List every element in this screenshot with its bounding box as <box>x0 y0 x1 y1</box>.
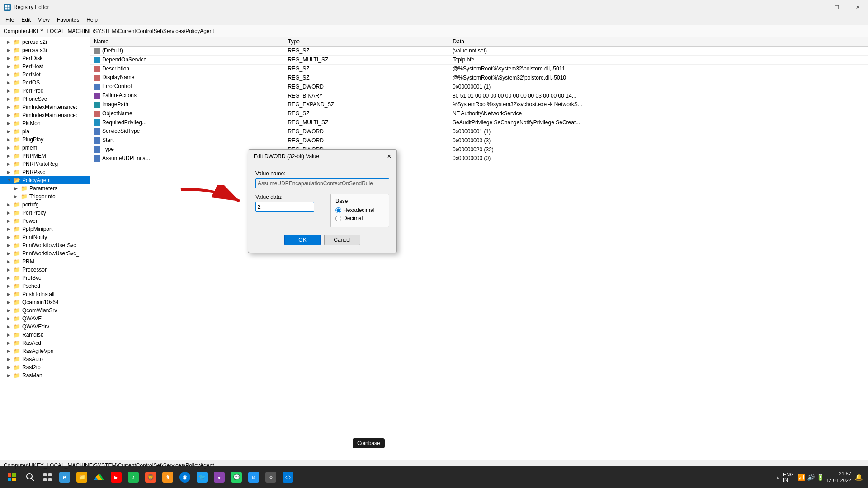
notification-icon[interactable]: 🔔 <box>855 474 863 481</box>
menu-view[interactable]: View <box>34 16 53 24</box>
tree-item-PerfDisk[interactable]: ▶ 📁 PerfDisk <box>0 54 90 62</box>
close-button[interactable]: ✕ <box>847 0 868 14</box>
tree-item-QWAVE[interactable]: ▶ 📁 QWAVE <box>0 314 90 323</box>
tree-item-portcfg[interactable]: ▶ 📁 portcfg <box>0 201 90 209</box>
tree-item-PerfProc[interactable]: ▶ 📁 PerfProc <box>0 87 90 95</box>
tree-item-QWAVEdrv[interactable]: ▶ 📁 QWAVEdrv <box>0 323 90 331</box>
blue-app-button[interactable]: ◉ <box>176 467 193 487</box>
taskbar-chevron[interactable]: ∧ <box>776 475 779 480</box>
tree-item-percsa s2i[interactable]: ▶ 📁 percsa s2i <box>0 38 90 46</box>
menu-file[interactable]: File <box>2 16 18 24</box>
brave-button[interactable]: 🦁 <box>142 467 159 487</box>
tree-item-PerfHost[interactable]: ▶ 📁 PerfHost <box>0 62 90 70</box>
tree-item-PRM[interactable]: ▶ 📁 PRM <box>0 258 90 266</box>
cancel-button[interactable]: Cancel <box>324 235 360 245</box>
dec-radio[interactable] <box>335 216 341 221</box>
maximize-button[interactable]: ☐ <box>826 0 847 14</box>
hex-radio[interactable] <box>335 207 341 213</box>
whatsapp-button[interactable]: 💬 <box>228 467 245 487</box>
tree-item-PrintWorkflow1[interactable]: ▶ 📁 PrintWorkflowUserSvc <box>0 241 90 249</box>
table-row[interactable]: Start REG_DWORD 0x00000003 (3) <box>90 136 868 145</box>
table-row[interactable]: DisplayName REG_SZ @%SystemRoot%\System3… <box>90 73 868 82</box>
tree-item-PimIndexMaintenance1[interactable]: ▶ 📁 PimIndexMaintenance: <box>0 103 90 111</box>
col-data[interactable]: Data <box>449 37 868 47</box>
purple-app-button[interactable]: ● <box>211 467 228 487</box>
tree-item-QcomWlanSrv[interactable]: ▶ 📁 QcomWlanSrv <box>0 306 90 314</box>
tree-item-percsa s3i[interactable]: ▶ 📁 percsa s3i <box>0 46 90 54</box>
task-view-button[interactable] <box>39 467 56 487</box>
tree-toggle: ▼ <box>7 178 14 183</box>
decimal-option[interactable]: Decimal <box>335 215 384 221</box>
table-row[interactable]: ServiceSidType REG_DWORD 0x00000001 (1) <box>90 127 868 136</box>
tree-item-ProfSvc[interactable]: ▶ 📁 ProfSvc <box>0 274 90 282</box>
tree-item-Power[interactable]: ▶ 📁 Power <box>0 217 90 225</box>
youtube-button[interactable]: ▶ <box>108 467 125 487</box>
tree-item-PptpMiniport[interactable]: ▶ 📁 PptpMiniport <box>0 225 90 233</box>
tree-item-RasAcd[interactable]: ▶ 📁 RasAcd <box>0 339 90 347</box>
tree-item-Psched[interactable]: ▶ 📁 Psched <box>0 282 90 290</box>
tree-item-Qcamain10x64[interactable]: ▶ 📁 Qcamain10x64 <box>0 298 90 306</box>
file-explorer-button[interactable]: 📁 <box>73 467 90 487</box>
menu-favorites[interactable]: Favorites <box>53 16 83 24</box>
col-type[interactable]: Type <box>284 37 449 47</box>
table-row[interactable]: (Default) REG_SZ (value not set) <box>90 47 868 56</box>
tree-item-PNPMEM[interactable]: ▶ 📁 PNPMEM <box>0 152 90 160</box>
tree-item-PrintWorkflow2[interactable]: ▶ 📁 PrintWorkflowUserSvc_ <box>0 249 90 258</box>
edge-button[interactable]: e <box>56 467 73 487</box>
table-row[interactable]: RequiredPrivileg... REG_MULTI_SZ SeAudit… <box>90 118 868 127</box>
table-row[interactable]: ImagePath REG_EXPAND_SZ %SystemRoot%\sys… <box>90 100 868 109</box>
minimize-button[interactable]: — <box>806 0 826 14</box>
start-button[interactable] <box>2 467 22 487</box>
table-row[interactable]: Description REG_SZ @%SystemRoot%\system3… <box>90 64 868 73</box>
tree-item-PimIndexMaintenance2[interactable]: ▶ 📁 PimIndexMaintenance: <box>0 111 90 119</box>
search-button[interactable] <box>22 467 39 487</box>
tree-item-PushToInstall[interactable]: ▶ 📁 PushToInstall <box>0 290 90 298</box>
col-name[interactable]: Name <box>90 37 284 47</box>
tree-item-PlugPlay[interactable]: ▶ 📁 PlugPlay <box>0 136 90 144</box>
battery-icon: 🔋 <box>816 474 824 481</box>
value-name-input[interactable] <box>255 178 389 188</box>
tree-item-PNRPAutoReg[interactable]: ▶ 📁 PNRPAutoReg <box>0 160 90 168</box>
ok-button[interactable]: OK <box>284 235 321 245</box>
btc-button[interactable]: ₿ <box>159 467 176 487</box>
table-row[interactable]: ErrorControl REG_DWORD 0x00000001 (1) <box>90 82 868 91</box>
green-app-button[interactable]: ♪ <box>125 467 142 487</box>
tree-item-Ramdisk[interactable]: ▶ 📁 Ramdisk <box>0 331 90 339</box>
tree-item-PortProxy[interactable]: ▶ 📁 PortProxy <box>0 209 90 217</box>
desktop-app-button[interactable]: 🖥 <box>245 467 262 487</box>
tree-item-Processor[interactable]: ▶ 📁 Processor <box>0 266 90 274</box>
folder-icon: 📁 <box>14 234 21 240</box>
hexadecimal-option[interactable]: Hexadecimal <box>335 207 384 213</box>
tree-item-PNRPsvc[interactable]: ▶ 📁 PNRPsvc <box>0 168 90 176</box>
tree-item-PhoneSvc[interactable]: ▶ 📁 PhoneSvc <box>0 95 90 103</box>
tree-item-PrintNotify[interactable]: ▶ 📁 PrintNotify <box>0 233 90 241</box>
tree-item-PerfNet[interactable]: ▶ 📁 PerfNet <box>0 70 90 79</box>
dialog-close-button[interactable]: ✕ <box>384 151 395 162</box>
clock[interactable]: 21:57 12-01-2022 <box>826 470 851 484</box>
tree-item-PerfOS[interactable]: ▶ 📁 PerfOS <box>0 79 90 87</box>
table-row[interactable]: ObjectName REG_SZ NT Authority\NetworkSe… <box>90 109 868 118</box>
tree-item-TriggerInfo[interactable]: ▶ 📁 TriggerInfo <box>0 192 90 201</box>
google-drive-button[interactable] <box>90 467 108 487</box>
value-data-input[interactable] <box>255 202 314 212</box>
twitter-button[interactable]: 🐦 <box>193 467 211 487</box>
menu-edit[interactable]: Edit <box>18 16 34 24</box>
menu-help[interactable]: Help <box>83 16 101 24</box>
tree-item-RasMan[interactable]: ▶ 📁 RasMan <box>0 371 90 380</box>
settings-app-button[interactable]: ⚙ <box>262 467 279 487</box>
tree-item-RasAgileVpn[interactable]: ▶ 📁 RasAgileVpn <box>0 347 90 355</box>
tree-item-PolicyAgent[interactable]: ▼ 📂 PolicyAgent <box>0 176 90 184</box>
table-row[interactable]: FailureActions REG_BINARY 80 51 01 00 00… <box>90 91 868 100</box>
tree-item-Parameters[interactable]: ▶ 📁 Parameters <box>0 184 90 192</box>
table-row[interactable]: DependOnService REG_MULTI_SZ Tcpip bfe <box>90 55 868 64</box>
table-row[interactable]: Type REG_DWORD 0x00000020 (32) <box>90 145 868 154</box>
vscode-button[interactable]: </> <box>279 467 297 487</box>
table-row[interactable]: AssumeUDPEnca... REG_DWORD 0x00000000 (0… <box>90 154 868 163</box>
tree-item-pla[interactable]: ▶ 📁 pla <box>0 127 90 136</box>
tree-toggle: ▶ <box>14 194 21 199</box>
tree-item-pmem[interactable]: ▶ 📁 pmem <box>0 144 90 152</box>
tree-item-RasAuto[interactable]: ▶ 📁 RasAuto <box>0 355 90 363</box>
tree-pane[interactable]: ▶ 📁 percsa s2i ▶ 📁 percsa s3i ▶ 📁 PerfDi… <box>0 37 90 470</box>
tree-item-PktMon[interactable]: ▶ 📁 PktMon <box>0 119 90 127</box>
tree-item-Rasl2tp[interactable]: ▶ 📁 Rasl2tp <box>0 363 90 371</box>
